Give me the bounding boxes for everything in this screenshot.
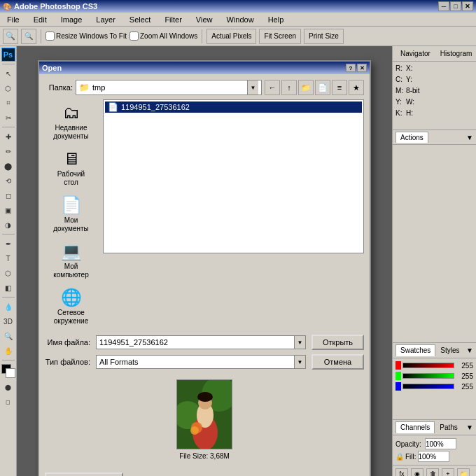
actual-pixels-btn[interactable]: Actual Pixels <box>206 29 256 44</box>
menu-select[interactable]: Select <box>125 14 155 25</box>
menu-view[interactable]: View <box>192 14 217 25</box>
nav-back-btn[interactable]: ← <box>265 80 280 95</box>
tool-path[interactable]: ⬡ <box>1 266 15 280</box>
nav-new-folder-btn[interactable]: 📁 <box>298 80 314 95</box>
tab-paths[interactable]: Paths <box>435 421 463 433</box>
nav-up-btn[interactable]: ↑ <box>281 80 297 95</box>
tool-3d[interactable]: 3D <box>1 314 15 328</box>
g-slider[interactable] <box>402 373 454 379</box>
tab-navigator[interactable]: Navigator <box>396 48 435 59</box>
tool-stamp[interactable]: ⬤ <box>1 159 15 173</box>
tool-text[interactable]: T <box>1 251 15 265</box>
tab-actions[interactable]: Actions <box>396 132 428 143</box>
opacity-input[interactable] <box>425 438 456 449</box>
resize-windows-checkbox[interactable] <box>46 31 55 41</box>
tool-zoom[interactable]: 🔍 <box>1 329 15 343</box>
tool-pen[interactable]: ✒ <box>1 237 15 251</box>
background-swatch[interactable] <box>6 368 15 378</box>
shortcut-desktop[interactable]: 🖥 Рабочийстол <box>47 146 96 190</box>
tab-styles[interactable]: Styles <box>435 344 464 356</box>
dialog-help-btn[interactable]: ? <box>346 64 356 72</box>
menu-help[interactable]: Help <box>264 14 288 25</box>
tool-eyedropper[interactable]: 💧 <box>1 300 15 314</box>
menu-edit[interactable]: Edit <box>29 14 51 25</box>
tool-lasso[interactable]: ⬡ <box>1 81 15 95</box>
tool-shape[interactable]: ◧ <box>1 281 15 295</box>
file-list-area[interactable]: 📄 1194951_27536162 <box>103 99 364 253</box>
tab-histogram[interactable]: Histogram <box>435 48 476 59</box>
tab-channels[interactable]: Channels <box>396 421 435 433</box>
nav-fav-btn[interactable]: ★ <box>349 80 364 95</box>
tool-eraser[interactable]: ◻ <box>1 188 15 202</box>
b-value: 255 <box>456 383 473 391</box>
resize-windows-label[interactable]: Resize Windows To Fit <box>46 31 127 41</box>
dialog-content-area: 🗂 Недавниедокументы 🖥 Рабочийстол 📄 Моид… <box>45 99 364 329</box>
filename-input-wrap[interactable]: 1194951_27536162 ▼ <box>96 335 306 349</box>
new-layer-btn[interactable]: ◉ <box>411 468 424 477</box>
info-m: M: <box>396 85 403 97</box>
shortcut-recent-label: Недавниедокументы <box>53 124 89 141</box>
panel-header-nav: Navigator Histogram Info ▼ <box>393 46 476 62</box>
use-adobe-dialog-btn[interactable]: Use Adobe Dialog <box>45 472 123 476</box>
filetype-select-wrap[interactable]: All Formats ▼ <box>96 355 306 369</box>
delete-btn[interactable]: 🗑 <box>426 468 439 477</box>
tool-history[interactable]: ⟲ <box>1 174 15 188</box>
nav-new-btn[interactable]: 📄 <box>315 80 330 95</box>
fx-btn[interactable]: fx <box>396 468 408 477</box>
shortcut-network[interactable]: 🌐 Сетевоеокружение <box>47 284 96 329</box>
dialog-title: Open <box>42 64 62 72</box>
dialog-close-btn[interactable]: ✕ <box>357 64 367 72</box>
folder-btn[interactable]: 📁 <box>457 468 470 477</box>
screen-mode[interactable]: ◻ <box>1 395 15 409</box>
shortcut-mycomp[interactable]: 💻 Мойкомпьютер <box>47 238 96 283</box>
quick-mask[interactable]: ⬤ <box>1 380 15 394</box>
zoom-all-label[interactable]: Zoom All Windows <box>130 31 197 41</box>
tab-swatches[interactable]: Swatches <box>396 344 435 356</box>
tool-gradient[interactable]: ▣ <box>1 203 15 217</box>
zoom-out-btn[interactable]: 🔍 <box>21 29 36 44</box>
filetype-dropdown-btn[interactable]: ▼ <box>294 356 305 368</box>
svg-point-8 <box>190 426 199 435</box>
nav-views-btn[interactable]: ≡ <box>332 80 347 95</box>
filename-dropdown-btn[interactable]: ▼ <box>294 336 305 349</box>
shortcut-recent[interactable]: 🗂 Недавниедокументы <box>47 99 96 144</box>
menu-filter[interactable]: Filter <box>160 14 186 25</box>
menu-window[interactable]: Window <box>223 14 258 25</box>
fit-screen-btn[interactable]: Fit Screen <box>259 29 301 44</box>
file-item[interactable]: 📄 1194951_27536162 <box>105 102 362 113</box>
tool-brush[interactable]: ✏ <box>1 144 15 158</box>
fill-input[interactable] <box>418 451 449 462</box>
tool-move[interactable]: ↖ <box>1 66 15 80</box>
r-slider[interactable] <box>402 363 454 368</box>
menu-file[interactable]: File <box>3 14 24 25</box>
open-btn[interactable]: Открыть <box>312 335 364 350</box>
tool-slice[interactable]: ✂ <box>1 111 15 125</box>
color-sliders: 255 255 255 <box>393 358 476 396</box>
folder-input-wrap[interactable]: 📁 tmp ▼ <box>76 80 262 95</box>
add-btn[interactable]: + <box>442 468 454 477</box>
folder-dropdown-btn[interactable]: ▼ <box>247 80 258 94</box>
panel-collapse-actions[interactable]: ▼ <box>466 134 473 141</box>
tool-hand[interactable]: ✋ <box>1 344 15 358</box>
maximize-button[interactable]: □ <box>450 1 461 11</box>
fill-label: Fill: <box>405 453 416 461</box>
print-size-btn[interactable]: Print Size <box>304 29 344 44</box>
fg-bg-swatch[interactable] <box>1 364 15 378</box>
cancel-btn[interactable]: Отмена <box>312 354 364 370</box>
zoom-all-checkbox[interactable] <box>130 31 139 41</box>
dialog-title-bar: Open ? ✕ <box>39 62 370 74</box>
tool-dodge[interactable]: ◑ <box>1 218 15 232</box>
menu-image[interactable]: Image <box>57 14 87 25</box>
menu-layer[interactable]: Layer <box>92 14 120 25</box>
panel-collapse-channels[interactable]: ▼ <box>466 424 473 431</box>
tool-healing[interactable]: ✚ <box>1 130 15 144</box>
shortcut-mydocs[interactable]: 📄 Моидокументы <box>47 192 96 237</box>
b-slider[interactable] <box>402 384 454 389</box>
zoom-in-btn[interactable]: 🔍 <box>3 29 18 44</box>
panel-collapse-swatches[interactable]: ▼ <box>466 346 473 354</box>
toolbar-sep-1 <box>41 29 41 43</box>
minimize-button[interactable]: ─ <box>438 1 449 11</box>
close-button[interactable]: ✕ <box>462 1 473 11</box>
panel-tabs-channels: Channels Paths <box>396 421 463 433</box>
tool-crop[interactable]: ⌗ <box>1 96 15 110</box>
